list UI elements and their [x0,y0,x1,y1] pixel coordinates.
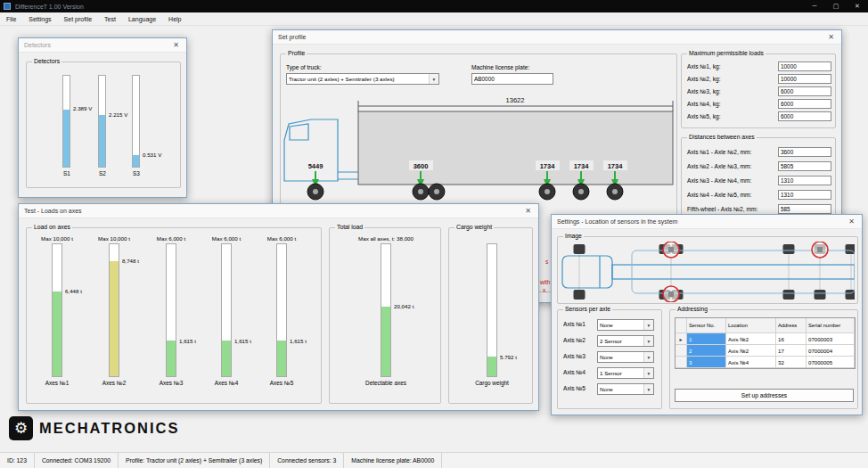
row-gutter [676,345,687,357]
profile-group-label: Profile [286,50,307,56]
table-cell[interactable]: Axis №2 [726,345,776,357]
warning-text-fragment: with [540,279,550,285]
axis2-sensor-select[interactable]: 2 Sensor▾ [597,335,654,347]
table-cell[interactable]: Axis №2 [726,333,776,345]
distance1-input[interactable] [778,147,831,157]
maximize-icon[interactable]: ▢ [825,0,847,12]
menu-set-profile[interactable]: Set profile [58,16,99,22]
close-icon[interactable]: ✕ [826,33,836,41]
axis1-sensor-select[interactable]: None▾ [597,319,654,331]
menu-test[interactable]: Test [98,16,122,22]
axis4-max-load-input[interactable] [778,99,831,109]
status-sensors: Connected sensors: 3 [270,453,344,468]
table-cell[interactable]: 07000004 [807,345,855,357]
total-load-gauge: Max all axes, t: 38,000 20,042 t Detecta… [371,235,401,386]
close-icon[interactable]: ✕ [171,41,181,49]
gauge-track [221,243,232,377]
axis-label: Axis №1 [563,321,585,327]
gauge-track [52,243,62,377]
sensor-gauge-s3: 0.531 V S3 [125,75,148,177]
distance5-input[interactable] [778,204,831,214]
gauge-max-label: Max 10,000 t [41,235,73,243]
table-cell[interactable]: 32 [776,357,807,368]
close-icon[interactable]: ✕ [523,207,533,215]
gauge-value: 6,448 t [65,288,82,294]
plate-input[interactable] [471,73,553,85]
axis4-sensor-select[interactable]: 1 Sensor▾ [597,367,654,379]
axle4-load-gauge: Max 6,000 t 1,615 t Axes №4 [211,235,242,386]
detectors-window: Detectors ✕ Detectors 2.389 V S1 [18,37,187,198]
cargo-weight-group: Cargo weight 5.792 t Cargo weight [448,227,533,404]
gauge-max-label: Max 10,000 t [98,235,130,243]
menu-settings[interactable]: Settings [22,16,57,22]
axis3-max-load-input[interactable] [778,86,831,96]
close-icon[interactable]: ✕ [847,218,856,226]
gauge-track [487,243,497,377]
truck-type-value: Tractor unit (2 axles) + Semitrailer (3 … [287,74,429,84]
image-group-label: Image [563,233,584,239]
gauge-fill [110,261,119,376]
gauge-max-label: Max 6,000 t [157,235,185,243]
total-load-group: Total load Max all axes, t: 38,000 20,04… [329,227,441,404]
axis2-max-load-input[interactable] [778,74,831,84]
table-cell[interactable]: 16 [776,333,807,345]
table-cell[interactable]: Axis №4 [726,357,776,368]
axis5-max-load-input[interactable] [778,111,831,121]
table-cell[interactable]: 07000003 [807,333,855,345]
axis-label: Axis №3 [563,353,585,359]
table-cell[interactable]: 2 [687,345,726,357]
addressing-table: Sensor No. Location Address Serial numbe… [675,317,856,369]
truck-type-select[interactable]: Tractor unit (2 axles) + Semitrailer (3 … [286,73,439,85]
table-cell[interactable]: 17 [776,345,807,357]
gauge-axis-label: Detectable axes [365,380,406,386]
distance-row-label: Axis №1 - Axle №2, mm: [687,149,751,155]
close-icon[interactable]: ✕ [847,0,868,12]
set-up-addresses-button[interactable]: Set up addresses [675,389,854,402]
cargo-group-label: Cargo weight [454,224,494,230]
distance-row-label: Axis №3 - Axle №4, mm: [687,177,751,184]
plate-label: Machine license plate: [471,64,529,70]
minimize-icon[interactable]: ─ [804,0,825,12]
gauge-fill [63,110,70,167]
menu-language[interactable]: Language [122,16,162,22]
app-title: DifferenceT 1.00 Version [15,4,84,10]
menu-help[interactable]: Help [162,16,187,22]
menu-file[interactable]: File [0,16,22,22]
chevron-down-icon: ▾ [643,336,653,346]
set-profile-title: Set profile [278,34,307,40]
gauge-fill [277,341,286,376]
detectors-title: Detectors [24,42,51,48]
column-header: Serial number [807,318,855,333]
chevron-down-icon: ▾ [429,74,438,84]
gauge-axis-label: Axes №3 [160,380,183,386]
gauge-fill [167,341,176,376]
table-cell[interactable]: 1 [687,333,726,345]
cab-top-outline [562,256,612,288]
column-header: Address [776,318,807,333]
gauge-value: 1,615 t [290,338,307,344]
gauge-track [276,243,287,377]
distances-group: Distances between axes Axis №1 - Axle №2… [681,137,836,223]
distance4-input[interactable] [778,190,831,200]
gauge-axis-label: Cargo weight [475,380,509,386]
axis3-sensor-select[interactable]: None▾ [597,351,654,363]
table-cell[interactable]: 07000005 [807,357,855,368]
test-title: Test - Loads on axes [24,208,82,214]
axle3-load-gauge: Max 6,000 t 1,615 t Axes №3 [156,235,186,386]
gauge-axis-label: Axes №4 [215,380,238,386]
status-license-plate: Machine license plate: AB0000 [344,453,442,468]
chevron-down-icon: ▾ [643,320,653,330]
test-titlebar: Test - Loads on axes ✕ [19,204,538,218]
detectors-titlebar: Detectors ✕ [19,38,186,53]
distance2-input[interactable] [778,161,831,171]
axis5-sensor-select[interactable]: None▾ [597,383,654,395]
gauge-axis-label: Axes №2 [102,380,126,386]
gauge-value: 1,615 t [179,338,196,344]
axis1-max-load-input[interactable] [778,62,831,71]
gauge-axis-label: Axes №1 [45,380,69,386]
set-profile-titlebar: Set profile ✕ [273,30,841,45]
table-cell[interactable]: 3 [687,357,726,368]
axis-label: Axis №4 [563,369,585,375]
sensor-settings-window: Settings - Location of sensors in the sy… [551,214,863,415]
distance3-input[interactable] [778,176,831,185]
